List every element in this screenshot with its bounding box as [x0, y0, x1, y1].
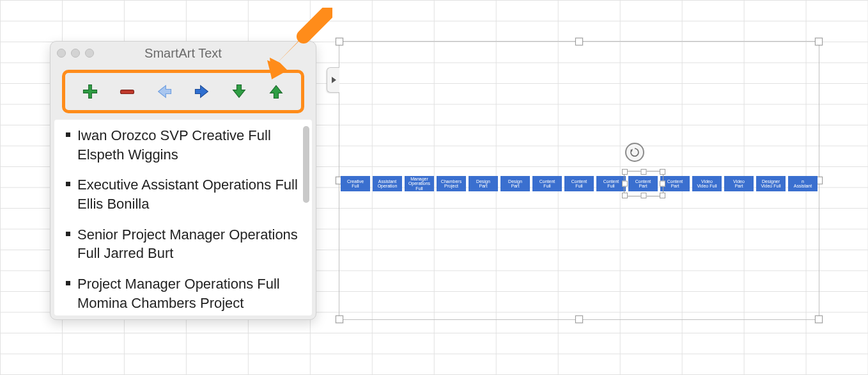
plus-icon — [81, 83, 99, 100]
resize-handle[interactable] — [336, 38, 343, 45]
arrow-up-icon — [267, 83, 285, 100]
panel-titlebar: SmartArt Text — [50, 42, 316, 65]
rotate-icon — [629, 147, 640, 158]
scrollbar-thumb[interactable] — [303, 126, 309, 203]
smartart-node[interactable]: Content Full — [564, 176, 594, 191]
node-resize-handle[interactable] — [622, 193, 628, 198]
node-resize-handle[interactable] — [660, 193, 665, 198]
smartart-canvas[interactable]: Creative FullAssistant OperationManager … — [339, 41, 819, 320]
resize-handle[interactable] — [815, 38, 823, 45]
smartart-node[interactable]: Video Video Full — [692, 176, 722, 191]
smartart-node[interactable]: Video Part — [724, 176, 754, 191]
remove-shape-button[interactable] — [112, 79, 142, 104]
minus-icon — [118, 83, 136, 100]
svg-rect-0 — [121, 90, 134, 94]
rotate-handle[interactable] — [625, 143, 644, 162]
smartart-text-list[interactable]: Iwan Orozco SVP Creative Full Elspeth Wi… — [54, 120, 312, 315]
list-item[interactable]: Executive Assistant Operations Full Elli… — [66, 175, 300, 213]
text-list: Iwan Orozco SVP Creative Full Elspeth Wi… — [66, 126, 300, 315]
list-item[interactable]: Senior Project Manager Operations Full J… — [66, 225, 300, 263]
move-up-button[interactable] — [261, 79, 291, 104]
demote-button[interactable] — [187, 79, 217, 104]
expand-text-pane-tab[interactable] — [327, 67, 339, 93]
smartart-node[interactable]: Design Part — [500, 176, 530, 191]
smartart-node[interactable]: Content Part — [660, 176, 690, 191]
node-resize-handle[interactable] — [641, 169, 647, 175]
list-item[interactable]: Iwan Orozco SVP Creative Full Elspeth Wi… — [66, 126, 300, 164]
smartart-text-panel: SmartArt Text — [50, 41, 316, 320]
resize-handle[interactable] — [575, 38, 583, 45]
list-item[interactable]: Project Manager Operations Full Momina C… — [66, 275, 300, 315]
chevron-right-icon — [330, 76, 337, 84]
move-down-button[interactable] — [224, 79, 254, 104]
smartart-node[interactable]: Assistant Operation — [373, 176, 402, 191]
smartart-node[interactable]: Design Part — [469, 176, 498, 191]
arrow-down-icon — [230, 83, 248, 100]
panel-title: SmartArt Text — [50, 46, 316, 61]
svg-marker-2 — [332, 77, 336, 83]
resize-handle[interactable] — [815, 315, 823, 323]
smartart-node[interactable]: Content Part — [628, 176, 658, 191]
smartart-node[interactable]: Creative Full — [341, 176, 370, 191]
node-resize-handle[interactable] — [641, 193, 647, 198]
toolbar — [50, 65, 316, 117]
smartart-node[interactable]: Content Full — [532, 176, 562, 191]
node-resize-handle[interactable] — [622, 169, 628, 175]
resize-handle[interactable] — [336, 315, 343, 323]
smartart-node[interactable]: n Assistant — [788, 176, 818, 191]
smartart-node[interactable]: Content Full — [596, 176, 626, 191]
arrow-right-icon — [193, 83, 211, 100]
toolbar-highlight — [62, 70, 304, 113]
smartart-node-row: Creative FullAssistant OperationManager … — [339, 176, 819, 191]
smartart-node[interactable]: Manager Operations Full — [405, 176, 434, 191]
smartart-node[interactable]: Designer Video Full — [756, 176, 786, 191]
resize-handle[interactable] — [575, 315, 583, 323]
arrow-left-icon — [155, 83, 173, 100]
add-shape-button[interactable] — [75, 79, 105, 104]
smartart-node[interactable]: Chambers Project — [437, 176, 466, 191]
promote-button[interactable] — [150, 79, 179, 104]
node-resize-handle[interactable] — [660, 169, 665, 175]
